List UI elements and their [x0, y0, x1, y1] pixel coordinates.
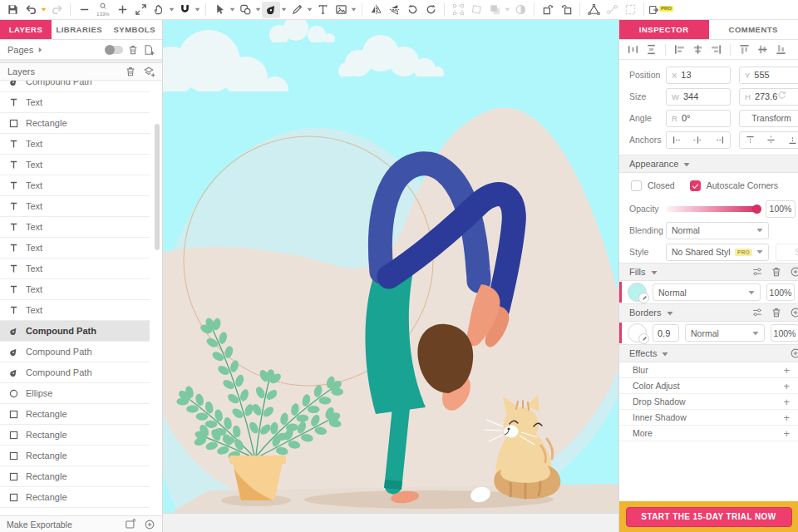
- border-color-swatch[interactable]: [628, 323, 647, 342]
- effect-row-color-adjust[interactable]: Color Adjust+: [619, 378, 798, 394]
- horizontal-anchors-group[interactable]: [666, 131, 731, 149]
- align-top-button[interactable]: [738, 43, 751, 56]
- trash-button[interactable]: [771, 266, 782, 278]
- layer-row[interactable]: Rectangle: [0, 113, 150, 134]
- canvas-area[interactable]: [163, 20, 618, 532]
- layer-row[interactable]: Text: [0, 217, 150, 238]
- transform-button[interactable]: Transform: [739, 110, 798, 127]
- width-input[interactable]: W 344: [666, 88, 731, 106]
- shape-tool-button[interactable]: [236, 2, 254, 18]
- fill-opacity-value[interactable]: 100%: [766, 283, 795, 301]
- add-effect-plus-icon[interactable]: +: [783, 428, 790, 439]
- height-input[interactable]: H 273.6: [739, 88, 798, 106]
- layer-row[interactable]: Text: [0, 134, 150, 155]
- delete-page-trash-icon[interactable]: [127, 44, 139, 56]
- rotation-input[interactable]: R 0°: [666, 110, 731, 127]
- pointer-dropdown-caret[interactable]: [229, 7, 236, 12]
- layer-row[interactable]: Text: [0, 259, 150, 279]
- tab-layers[interactable]: LAYERS: [0, 20, 52, 39]
- tab-comments[interactable]: COMMENTS: [709, 20, 798, 39]
- link-dimensions-icon[interactable]: [776, 90, 787, 101]
- undo-dropdown-caret[interactable]: [40, 7, 47, 12]
- layer-row[interactable]: Rectangle: [0, 446, 150, 466]
- layer-row[interactable]: Rectangle: [0, 487, 150, 508]
- snap-magnet-dropdown-caret[interactable]: [194, 7, 201, 12]
- sync-button[interactable]: Sync: [776, 244, 798, 261]
- zoom-in-button[interactable]: [113, 2, 131, 18]
- layer-row[interactable]: Text: [0, 155, 150, 175]
- add-effect-plus-icon[interactable]: +: [783, 381, 790, 392]
- opacity-slider[interactable]: [666, 206, 759, 212]
- layer-row[interactable]: Text: [0, 300, 150, 321]
- layer-row[interactable]: Compound Path: [0, 342, 150, 362]
- appearance-header[interactable]: Appearance: [619, 155, 798, 173]
- layer-row[interactable]: Compound Path: [0, 321, 150, 342]
- rotate-cw-button[interactable]: [421, 2, 440, 18]
- fills-header[interactable]: Fills: [619, 263, 798, 281]
- sliders-button[interactable]: [751, 266, 763, 278]
- save-button[interactable]: [3, 2, 22, 18]
- closed-checkbox[interactable]: [631, 180, 642, 191]
- add-layer-icon[interactable]: [143, 66, 155, 77]
- flip-vertical-button[interactable]: [385, 2, 403, 18]
- effect-row-blur[interactable]: Blur+: [619, 362, 798, 378]
- hand-button[interactable]: [150, 2, 168, 18]
- layer-row[interactable]: Text: [0, 175, 150, 196]
- eyedropper-icon[interactable]: [638, 293, 649, 303]
- effects-header[interactable]: Effects: [619, 344, 798, 362]
- fit-screen-button[interactable]: [131, 2, 150, 18]
- align-right-button[interactable]: [710, 43, 722, 56]
- plus-circle-button[interactable]: [790, 347, 798, 359]
- start-trial-button[interactable]: START THE 15-DAY TRIAL NOW: [626, 507, 792, 527]
- artboard-yoga-illustration[interactable]: [163, 20, 618, 513]
- add-page-icon[interactable]: [143, 44, 155, 56]
- freehand-tool-button[interactable]: [288, 2, 306, 18]
- vertical-anchors-group[interactable]: [739, 131, 798, 149]
- add-effect-plus-icon[interactable]: +: [783, 365, 790, 376]
- position-y-input[interactable]: Y 555: [739, 66, 798, 84]
- tab-libraries[interactable]: LIBRARIES: [52, 20, 107, 39]
- layer-row[interactable]: Text: [0, 238, 150, 259]
- image-tool-dropdown-caret[interactable]: [350, 7, 357, 12]
- position-x-input[interactable]: X 13: [666, 66, 731, 84]
- layer-row[interactable]: Compound Path: [0, 362, 150, 383]
- align-center-horizontal-button[interactable]: [692, 43, 704, 56]
- bring-forward-button[interactable]: [539, 2, 557, 18]
- layer-row[interactable]: Text: [0, 196, 150, 217]
- borders-header[interactable]: Borders: [619, 303, 798, 322]
- layer-row[interactable]: Text: [0, 92, 150, 113]
- distribute-vertical-button[interactable]: [645, 43, 658, 56]
- export-slice-icon[interactable]: [125, 519, 136, 530]
- trash-button[interactable]: [771, 307, 782, 318]
- add-export-icon[interactable]: [144, 519, 155, 530]
- layer-row[interactable]: Rectangle: [0, 425, 150, 446]
- effect-row-inner-shadow[interactable]: Inner Shadow+: [619, 410, 798, 426]
- zoom-out-button[interactable]: [75, 2, 93, 18]
- export-button[interactable]: PRO: [648, 2, 673, 18]
- autoscale-corners-checkbox[interactable]: [690, 180, 701, 191]
- align-middle-button[interactable]: [756, 43, 769, 56]
- zoom-level-indicator[interactable]: 133%: [93, 2, 113, 18]
- opacity-slider-handle[interactable]: [752, 204, 761, 214]
- fill-blend-select[interactable]: Normal: [653, 283, 761, 301]
- hand-dropdown-caret[interactable]: [168, 7, 175, 12]
- pages-toggle[interactable]: [105, 46, 123, 54]
- shape-tool-dropdown-caret[interactable]: [254, 7, 262, 12]
- snap-magnet-button[interactable]: [175, 2, 194, 18]
- vectorize-button[interactable]: [584, 2, 603, 18]
- border-opacity-value[interactable]: 100%: [771, 324, 798, 342]
- layer-row[interactable]: Compound Path: [0, 81, 150, 92]
- image-tool-button[interactable]: [332, 2, 350, 18]
- eyedropper-icon[interactable]: [638, 333, 649, 344]
- border-width-input[interactable]: 0.9: [653, 324, 679, 342]
- fill-color-swatch[interactable]: [628, 283, 647, 302]
- undo-button[interactable]: [22, 2, 40, 18]
- align-left-button[interactable]: [673, 43, 686, 56]
- tab-symbols[interactable]: SYMBOLS: [107, 20, 163, 39]
- layer-row[interactable]: Rectangle: [0, 466, 150, 487]
- layer-row[interactable]: Text: [0, 279, 150, 300]
- effect-row-drop-shadow[interactable]: Drop Shadow+: [619, 394, 798, 410]
- flip-horizontal-button[interactable]: [367, 2, 385, 18]
- send-backward-button[interactable]: [557, 2, 575, 18]
- text-tool-button[interactable]: [313, 2, 332, 18]
